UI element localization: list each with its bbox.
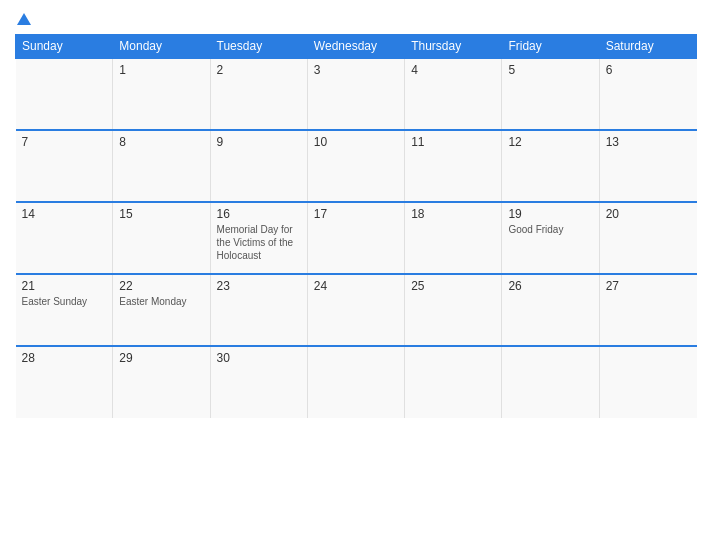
calendar-cell: 3: [307, 58, 404, 130]
weekday-header: Friday: [502, 35, 599, 59]
calendar-cell: 5: [502, 58, 599, 130]
holiday-label: Good Friday: [508, 223, 592, 236]
calendar-cell: 20: [599, 202, 696, 274]
header: [15, 10, 697, 26]
day-number: 22: [119, 279, 203, 293]
calendar-week-row: 141516Memorial Day for the Victims of th…: [16, 202, 697, 274]
weekday-header: Monday: [113, 35, 210, 59]
calendar-cell: 22Easter Monday: [113, 274, 210, 346]
weekday-header: Thursday: [405, 35, 502, 59]
calendar-cell: 24: [307, 274, 404, 346]
calendar-cell: 27: [599, 274, 696, 346]
calendar-cell: 19Good Friday: [502, 202, 599, 274]
day-number: 19: [508, 207, 592, 221]
calendar-cell: 23: [210, 274, 307, 346]
weekday-header: Wednesday: [307, 35, 404, 59]
day-number: 21: [22, 279, 107, 293]
calendar-cell: 10: [307, 130, 404, 202]
calendar-week-row: 282930: [16, 346, 697, 418]
logo-triangle-icon: [17, 13, 31, 25]
day-number: 11: [411, 135, 495, 149]
calendar-cell: 13: [599, 130, 696, 202]
calendar-cell: 1: [113, 58, 210, 130]
calendar-cell: 25: [405, 274, 502, 346]
holiday-label: Easter Monday: [119, 295, 203, 308]
day-number: 6: [606, 63, 691, 77]
calendar-cell: [502, 346, 599, 418]
day-number: 17: [314, 207, 398, 221]
calendar-page: SundayMondayTuesdayWednesdayThursdayFrid…: [0, 0, 712, 550]
day-number: 30: [217, 351, 301, 365]
weekday-row: SundayMondayTuesdayWednesdayThursdayFrid…: [16, 35, 697, 59]
day-number: 16: [217, 207, 301, 221]
day-number: 18: [411, 207, 495, 221]
day-number: 20: [606, 207, 691, 221]
day-number: 25: [411, 279, 495, 293]
day-number: 9: [217, 135, 301, 149]
day-number: 10: [314, 135, 398, 149]
calendar-week-row: 78910111213: [16, 130, 697, 202]
calendar-cell: 15: [113, 202, 210, 274]
calendar-cell: 21Easter Sunday: [16, 274, 113, 346]
day-number: 24: [314, 279, 398, 293]
calendar-table: SundayMondayTuesdayWednesdayThursdayFrid…: [15, 34, 697, 418]
calendar-cell: [599, 346, 696, 418]
calendar-cell: 17: [307, 202, 404, 274]
calendar-body: 12345678910111213141516Memorial Day for …: [16, 58, 697, 418]
calendar-cell: 6: [599, 58, 696, 130]
calendar-cell: 12: [502, 130, 599, 202]
calendar-cell: [405, 346, 502, 418]
calendar-cell: 18: [405, 202, 502, 274]
weekday-header: Saturday: [599, 35, 696, 59]
calendar-cell: 30: [210, 346, 307, 418]
calendar-cell: 2: [210, 58, 307, 130]
day-number: 26: [508, 279, 592, 293]
logo-top: [15, 10, 31, 26]
day-number: 12: [508, 135, 592, 149]
day-number: 23: [217, 279, 301, 293]
calendar-cell: [16, 58, 113, 130]
day-number: 2: [217, 63, 301, 77]
logo: [15, 10, 31, 26]
calendar-cell: [307, 346, 404, 418]
calendar-cell: 28: [16, 346, 113, 418]
calendar-cell: 16Memorial Day for the Victims of the Ho…: [210, 202, 307, 274]
calendar-cell: 29: [113, 346, 210, 418]
day-number: 28: [22, 351, 107, 365]
day-number: 27: [606, 279, 691, 293]
calendar-cell: 11: [405, 130, 502, 202]
day-number: 1: [119, 63, 203, 77]
calendar-cell: 4: [405, 58, 502, 130]
calendar-cell: 9: [210, 130, 307, 202]
calendar-cell: 8: [113, 130, 210, 202]
day-number: 5: [508, 63, 592, 77]
day-number: 13: [606, 135, 691, 149]
calendar-cell: 14: [16, 202, 113, 274]
day-number: 7: [22, 135, 107, 149]
day-number: 29: [119, 351, 203, 365]
calendar-header: SundayMondayTuesdayWednesdayThursdayFrid…: [16, 35, 697, 59]
day-number: 15: [119, 207, 203, 221]
day-number: 4: [411, 63, 495, 77]
calendar-week-row: 123456: [16, 58, 697, 130]
weekday-header: Tuesday: [210, 35, 307, 59]
day-number: 14: [22, 207, 107, 221]
holiday-label: Memorial Day for the Victims of the Holo…: [217, 223, 301, 262]
weekday-header: Sunday: [16, 35, 113, 59]
day-number: 3: [314, 63, 398, 77]
calendar-cell: 26: [502, 274, 599, 346]
calendar-week-row: 21Easter Sunday22Easter Monday2324252627: [16, 274, 697, 346]
calendar-cell: 7: [16, 130, 113, 202]
day-number: 8: [119, 135, 203, 149]
holiday-label: Easter Sunday: [22, 295, 107, 308]
